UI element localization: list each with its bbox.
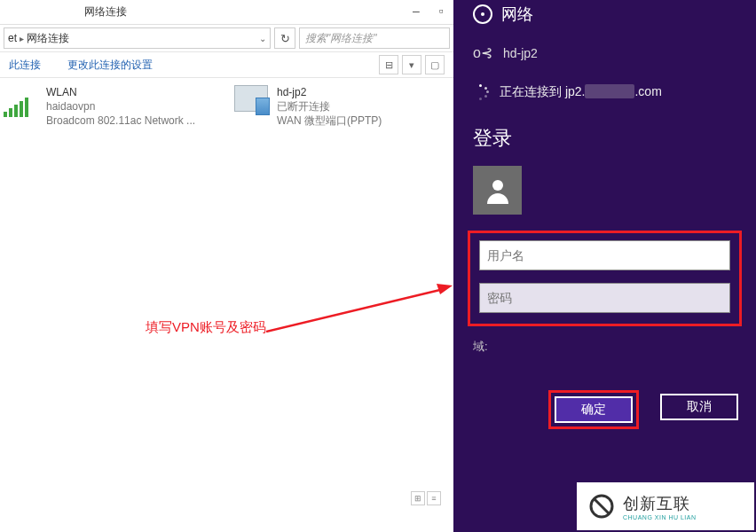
wan-monitor-icon (234, 85, 270, 121)
svg-line-3 (595, 499, 609, 513)
cancel-button-wrap: 取消 (657, 390, 742, 429)
vpn-link-icon: o⊰ (473, 44, 492, 61)
footer-icon[interactable]: ⊞ (411, 491, 425, 505)
network-globe-icon (473, 4, 492, 24)
cancel-button[interactable]: 取消 (660, 394, 738, 420)
connection-item-vpn[interactable]: hd-jp2 已断开连接 WAN 微型端口(PPTP) (234, 85, 438, 128)
username-input[interactable] (479, 240, 730, 270)
password-input[interactable] (479, 283, 730, 313)
window-controls: – ▫ (404, 0, 453, 21)
credentials-form-highlight (468, 231, 742, 326)
minimize-button[interactable]: – (404, 0, 429, 21)
connection-status: 已断开连接 (277, 99, 382, 113)
connection-status: haidaovpn (46, 99, 195, 113)
watermark-text: 创新互联 CHUANG XIN HU LIAN (623, 493, 697, 520)
breadcrumb-sep-icon: ▸ (20, 34, 24, 43)
watermark-main: 创新互联 (623, 493, 697, 514)
addressbar-row: et ▸ 网络连接 ⌄ ↻ 搜索"网络连接" (0, 25, 453, 51)
ok-button-highlight: 确定 (548, 390, 639, 429)
charm-header-title: 网络 (501, 4, 533, 25)
button-row: 确定 取消 (453, 358, 756, 429)
network-charm-panel: 网络 o⊰ hd-jp2 正在连接到 jp2.xxxx.com 登录 域: 确定… (453, 0, 756, 532)
connection-adapter: WAN 微型端口(PPTP) (277, 113, 382, 128)
window-title: 网络连接 (84, 4, 127, 20)
toolbar: 此连接 更改此连接的设置 ⊟ ▾ ▢ (0, 51, 453, 78)
watermark-logo-icon (586, 490, 618, 522)
current-connection-row[interactable]: o⊰ hd-jp2 (453, 28, 756, 72)
login-title: 登录 (453, 120, 756, 166)
search-input[interactable]: 搜索"网络连接" (299, 27, 450, 49)
titlebar: 网络连接 – ▫ (0, 0, 453, 25)
connecting-status-text: 正在连接到 jp2.xxxx.com (500, 84, 662, 100)
wifi-signal-icon (4, 85, 39, 121)
network-connections-window: 网络连接 – ▫ et ▸ 网络连接 ⌄ ↻ 搜索"网络连接" 此连接 更改此连… (0, 0, 453, 532)
svg-marker-1 (437, 284, 453, 294)
footer-icon[interactable]: ≡ (427, 491, 441, 505)
spinner-icon (473, 84, 489, 100)
annotation-arrow-icon (266, 284, 453, 332)
obscured-host: xxxx (585, 84, 634, 98)
watermark: 创新互联 CHUANG XIN HU LIAN (577, 482, 754, 530)
toolbar-action[interactable]: 更改此连接的设置 (67, 58, 153, 73)
toolbar-view-controls: ⊟ ▾ ▢ (379, 55, 445, 74)
footer-view-icons: ⊞ ≡ (411, 491, 441, 505)
refresh-button[interactable]: ↻ (274, 27, 295, 49)
ok-button[interactable]: 确定 (555, 396, 633, 423)
charm-header: 网络 (453, 0, 756, 28)
watermark-sub: CHUANG XIN HU LIAN (623, 514, 697, 520)
current-connection-name: hd-jp2 (503, 46, 538, 60)
svg-line-0 (266, 289, 444, 332)
breadcrumb[interactable]: et ▸ 网络连接 ⌄ (4, 27, 271, 49)
connecting-prefix: 正在连接到 jp2. (500, 84, 585, 98)
connection-text: WLAN haidaovpn Broadcom 802.11ac Network… (46, 85, 195, 128)
connection-text: hd-jp2 已断开连接 WAN 微型端口(PPTP) (277, 85, 382, 128)
svg-point-2 (492, 180, 503, 191)
connection-name: hd-jp2 (277, 85, 382, 99)
view-option-icon[interactable]: ⊟ (379, 55, 398, 74)
connecting-status-row: 正在连接到 jp2.xxxx.com (453, 72, 756, 120)
breadcrumb-seg[interactable]: 网络连接 (27, 31, 69, 46)
connection-adapter: Broadcom 802.11ac Network ... (46, 113, 195, 128)
connections-list: WLAN haidaovpn Broadcom 802.11ac Network… (0, 78, 453, 135)
connecting-suffix: .com (634, 84, 661, 98)
view-option-icon[interactable]: ▾ (402, 55, 421, 74)
annotation-label: 填写VPN账号及密码 (146, 319, 266, 336)
breadcrumb-dropdown-icon[interactable]: ⌄ (259, 34, 266, 43)
domain-label: 域: (453, 335, 756, 358)
view-option-icon[interactable]: ▢ (425, 55, 445, 74)
connection-name: WLAN (46, 85, 195, 99)
breadcrumb-seg[interactable]: et (8, 32, 17, 44)
connection-item-wlan[interactable]: WLAN haidaovpn Broadcom 802.11ac Network… (4, 85, 208, 128)
avatar-icon (473, 166, 522, 215)
toolbar-action[interactable]: 此连接 (9, 58, 41, 73)
maximize-button[interactable]: ▫ (429, 0, 453, 21)
